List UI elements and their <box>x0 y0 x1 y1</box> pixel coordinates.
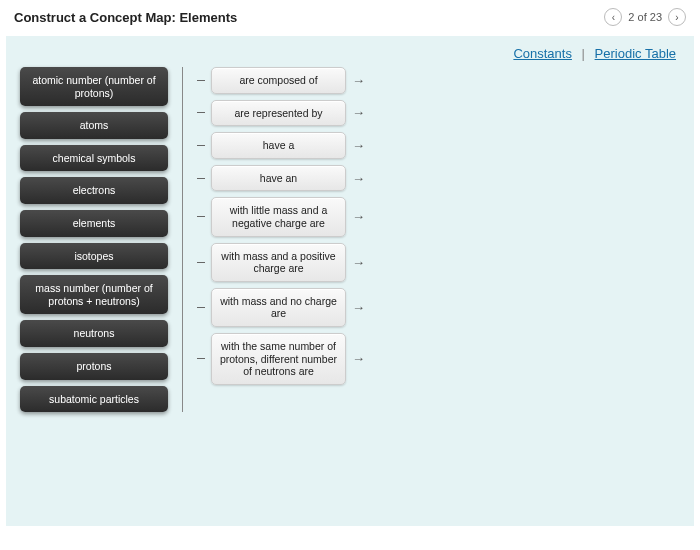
relation-slot[interactable]: with the same number of protons, differe… <box>211 333 346 385</box>
pager-text: 2 of 23 <box>628 11 662 23</box>
relation-slot[interactable]: with mass and no charge are <box>211 288 346 327</box>
term-tile[interactable]: elements <box>20 210 168 237</box>
arrow-right-icon: → <box>352 351 365 366</box>
term-bank: atomic number (number of protons) atoms … <box>20 67 168 412</box>
slot-row: with little mass and a negative charge a… <box>197 197 365 236</box>
constants-link[interactable]: Constants <box>513 46 572 61</box>
connector-dash <box>197 112 205 113</box>
term-tile[interactable]: neutrons <box>20 320 168 347</box>
relation-slot[interactable]: are composed of <box>211 67 346 94</box>
slot-column: are composed of → are represented by → h… <box>197 67 365 412</box>
arrow-right-icon: → <box>352 138 365 153</box>
pager-next-button[interactable]: › <box>668 8 686 26</box>
connector-dash <box>197 262 205 263</box>
term-tile[interactable]: atomic number (number of protons) <box>20 67 168 106</box>
slot-row: have an → <box>197 165 365 192</box>
link-separator: | <box>576 46 591 61</box>
slot-row: with the same number of protons, differe… <box>197 333 365 385</box>
slot-row: with mass and a positive charge are → <box>197 243 365 282</box>
divider <box>182 67 183 412</box>
slot-row: have a → <box>197 132 365 159</box>
arrow-right-icon: → <box>352 255 365 270</box>
page-title: Construct a Concept Map: Elements <box>14 10 237 25</box>
term-tile[interactable]: chemical symbols <box>20 145 168 172</box>
canvas: Constants | Periodic Table atomic number… <box>6 36 694 526</box>
arrow-right-icon: → <box>352 300 365 315</box>
term-tile[interactable]: isotopes <box>20 243 168 270</box>
slot-row: are represented by → <box>197 100 365 127</box>
relation-slot[interactable]: are represented by <box>211 100 346 127</box>
connector-dash <box>197 216 205 217</box>
arrow-right-icon: → <box>352 171 365 186</box>
connector-dash <box>197 358 205 359</box>
connector-dash <box>197 307 205 308</box>
slot-row: are composed of → <box>197 67 365 94</box>
header: Construct a Concept Map: Elements ‹ 2 of… <box>0 0 700 36</box>
arrow-right-icon: → <box>352 209 365 224</box>
relation-slot[interactable]: with little mass and a negative charge a… <box>211 197 346 236</box>
connector-dash <box>197 145 205 146</box>
workspace: atomic number (number of protons) atoms … <box>6 67 694 412</box>
relation-slot[interactable]: have an <box>211 165 346 192</box>
term-tile[interactable]: protons <box>20 353 168 380</box>
connector-dash <box>197 178 205 179</box>
relation-slot[interactable]: have a <box>211 132 346 159</box>
term-tile[interactable]: electrons <box>20 177 168 204</box>
slot-row: with mass and no charge are → <box>197 288 365 327</box>
periodic-table-link[interactable]: Periodic Table <box>595 46 676 61</box>
pager: ‹ 2 of 23 › <box>604 8 686 26</box>
pager-prev-button[interactable]: ‹ <box>604 8 622 26</box>
relation-slot[interactable]: with mass and a positive charge are <box>211 243 346 282</box>
arrow-right-icon: → <box>352 105 365 120</box>
arrow-right-icon: → <box>352 73 365 88</box>
term-tile[interactable]: mass number (number of protons + neutron… <box>20 275 168 314</box>
connector-dash <box>197 80 205 81</box>
term-tile[interactable]: subatomic particles <box>20 386 168 413</box>
top-links: Constants | Periodic Table <box>6 36 694 67</box>
term-tile[interactable]: atoms <box>20 112 168 139</box>
